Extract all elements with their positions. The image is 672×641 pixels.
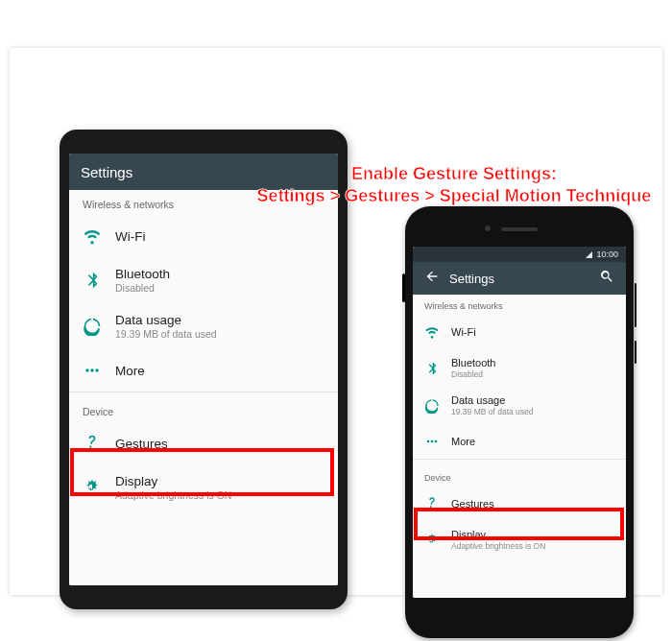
section-header-wireless: Wireless & networks <box>413 295 626 315</box>
svg-point-4 <box>431 440 434 443</box>
row-more[interactable]: More <box>69 349 338 392</box>
status-time: 10:00 <box>596 249 618 259</box>
display-icon <box>83 478 102 497</box>
row-data-usage[interactable]: Data usage 19.39 MB of data used <box>69 303 338 349</box>
gestures-icon <box>83 434 102 453</box>
row-wifi[interactable]: Wi-Fi <box>69 215 338 257</box>
row-label: Display <box>115 474 231 488</box>
annotation-line1: Enable Gesture Settings: <box>228 163 672 185</box>
section-header-device: Device <box>69 392 338 422</box>
row-sublabel: Disabled <box>451 369 495 379</box>
row-label: Display <box>451 529 545 540</box>
canvas: Enable Gesture Settings: Settings > Gest… <box>10 48 662 595</box>
search-icon[interactable] <box>599 269 614 288</box>
row-sublabel: 19.39 MB of data used <box>451 407 534 416</box>
row-display[interactable]: Display Adaptive brightness is ON <box>413 521 626 558</box>
phone-screen: 10:00 Settings Wireless & networks Wi-Fi… <box>413 247 626 598</box>
row-sublabel: Adaptive brightness is ON <box>451 541 545 551</box>
row-sublabel: Adaptive brightness is ON <box>115 489 231 501</box>
phone-camera <box>485 226 491 231</box>
signal-icon <box>586 251 592 258</box>
row-bluetooth[interactable]: Bluetooth Disabled <box>69 257 338 303</box>
row-label: Data usage <box>115 313 217 327</box>
svg-point-1 <box>90 368 93 371</box>
annotation-text: Enable Gesture Settings: Settings > Gest… <box>228 163 672 206</box>
bluetooth-icon <box>83 271 102 290</box>
row-label: More <box>115 364 145 378</box>
row-data-usage[interactable]: Data usage 19.39 MB of data used <box>413 387 626 424</box>
row-label: Gestures <box>115 437 168 451</box>
row-sublabel: 19.39 MB of data used <box>115 328 217 340</box>
phone-volume-button <box>635 283 637 327</box>
phone-speaker <box>501 227 538 231</box>
row-display[interactable]: Display Adaptive brightness is ON <box>69 464 338 510</box>
annotation-line2: Settings > Gestures > Special Motion Tec… <box>228 185 672 207</box>
wifi-icon <box>424 324 440 340</box>
row-label: Bluetooth <box>115 267 170 281</box>
row-label: Wi-Fi <box>115 229 145 244</box>
phone-statusbar: 10:00 <box>413 247 626 262</box>
row-gestures[interactable]: Gestures <box>69 422 338 464</box>
phone-content[interactable]: Wireless & networks Wi-Fi Bluetooth Disa… <box>413 295 626 598</box>
bluetooth-icon <box>424 361 440 376</box>
row-label: Bluetooth <box>451 357 495 368</box>
row-gestures[interactable]: Gestures <box>413 487 626 521</box>
svg-point-5 <box>435 440 438 443</box>
svg-point-2 <box>95 368 98 371</box>
wifi-icon <box>83 226 102 246</box>
gestures-icon <box>424 496 440 511</box>
phone-device: 10:00 Settings Wireless & networks Wi-Fi… <box>405 206 634 638</box>
more-icon <box>424 434 440 449</box>
row-label: More <box>451 436 475 447</box>
tablet-screen: Settings Wireless & networks Wi-Fi Bluet… <box>69 154 338 585</box>
row-bluetooth[interactable]: Bluetooth Disabled <box>413 349 626 387</box>
row-more[interactable]: More <box>413 424 626 459</box>
data-usage-icon <box>83 317 102 336</box>
row-label: Wi-Fi <box>451 326 476 338</box>
display-icon <box>424 533 440 548</box>
row-wifi[interactable]: Wi-Fi <box>413 315 626 349</box>
phone-side-button <box>402 273 405 302</box>
row-label: Data usage <box>451 394 534 406</box>
section-header-device: Device <box>413 459 626 487</box>
row-label: Gestures <box>451 498 494 510</box>
data-usage-icon <box>424 398 440 414</box>
svg-point-3 <box>427 440 430 443</box>
phone-appbar: Settings <box>413 262 626 295</box>
more-icon <box>83 361 102 380</box>
page-title: Settings <box>449 272 589 286</box>
tablet-content[interactable]: Wireless & networks Wi-Fi Bluetooth Disa… <box>69 190 338 585</box>
back-icon[interactable] <box>424 269 440 288</box>
row-sublabel: Disabled <box>115 282 170 294</box>
svg-point-0 <box>85 368 88 371</box>
phone-power-button <box>635 341 637 364</box>
